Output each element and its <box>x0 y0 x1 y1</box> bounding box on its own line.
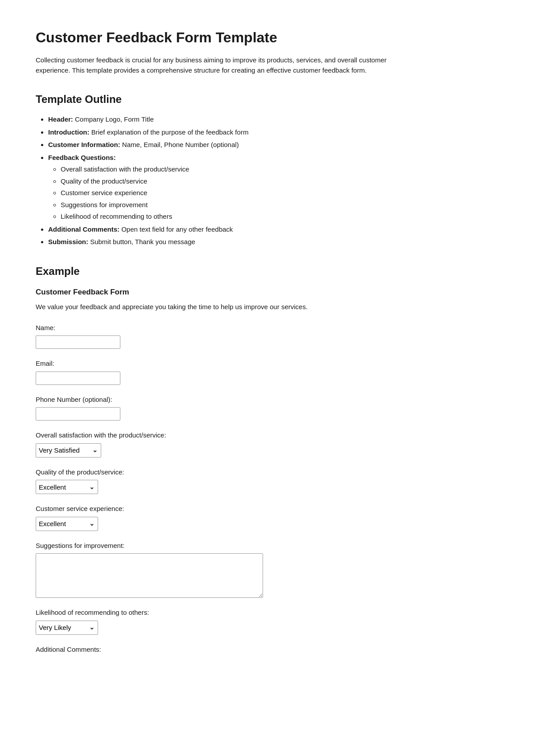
list-item: Submission: Submit button, Thank you mes… <box>48 237 499 247</box>
quality-field-group: Quality of the product/service: Excellen… <box>36 467 499 494</box>
outline-heading: Template Outline <box>36 91 499 107</box>
outline-section: Template Outline Header: Company Logo, F… <box>36 91 499 247</box>
name-field-group: Name: <box>36 323 499 349</box>
phone-input[interactable] <box>36 407 120 421</box>
email-label: Email: <box>36 359 499 369</box>
overall-select[interactable]: Very Satisfied Satisfied Neutral Dissati… <box>36 443 101 458</box>
service-label: Customer service experience: <box>36 504 499 514</box>
intro-text: Collecting customer feedback is crucial … <box>36 55 401 75</box>
name-label: Name: <box>36 323 499 333</box>
list-item-bold: Header: <box>48 115 73 123</box>
list-item-feedback: Feedback Questions: Overall satisfaction… <box>48 153 499 222</box>
sub-list-item: Likelihood of recommending to others <box>61 212 499 222</box>
list-item: Header: Company Logo, Form Title <box>48 114 499 125</box>
quality-select[interactable]: Excellent Good Average Poor Very Poor <box>36 480 98 494</box>
list-item-bold: Feedback Questions: <box>48 154 116 161</box>
outline-list: Header: Company Logo, Form Title Introdu… <box>36 114 499 247</box>
quality-select-wrapper: Excellent Good Average Poor Very Poor ⌄ <box>36 480 98 494</box>
suggestions-label: Suggestions for improvement: <box>36 541 499 551</box>
sub-list-item: Overall satisfaction with the product/se… <box>61 164 499 175</box>
example-heading: Example <box>36 263 499 279</box>
sub-list-item: Suggestions for improvement <box>61 200 499 210</box>
list-item-bold: Submission: <box>48 238 88 245</box>
suggestions-field-group: Suggestions for improvement: <box>36 541 499 598</box>
service-select[interactable]: Excellent Good Average Poor Very Poor <box>36 517 98 531</box>
overall-label: Overall satisfaction with the product/se… <box>36 430 499 441</box>
page-title: Customer Feedback Form Template <box>36 27 499 48</box>
sub-list-item: Quality of the product/service <box>61 176 499 187</box>
likelihood-field-group: Likelihood of recommending to others: Ve… <box>36 608 499 635</box>
form-intro: We value your feedback and appreciate yo… <box>36 302 499 312</box>
comments-label: Additional Comments: <box>36 645 499 655</box>
service-field-group: Customer service experience: Excellent G… <box>36 504 499 531</box>
service-select-wrapper: Excellent Good Average Poor Very Poor ⌄ <box>36 517 98 531</box>
list-item: Customer Information: Name, Email, Phone… <box>48 140 499 150</box>
form-heading: Customer Feedback Form <box>36 286 499 298</box>
list-item-text: Name, Email, Phone Number (optional) <box>120 141 239 148</box>
example-section: Example Customer Feedback Form We value … <box>36 263 499 655</box>
name-input[interactable] <box>36 335 120 349</box>
comments-field-group: Additional Comments: <box>36 645 499 655</box>
email-input[interactable] <box>36 372 120 385</box>
sub-list: Overall satisfaction with the product/se… <box>48 164 499 222</box>
likelihood-select[interactable]: Very Likely Likely Neutral Unlikely Very… <box>36 621 98 635</box>
list-item-bold: Additional Comments: <box>48 225 119 233</box>
suggestions-textarea[interactable] <box>36 553 263 598</box>
sub-list-item: Customer service experience <box>61 188 499 198</box>
overall-select-wrapper: Very Satisfied Satisfied Neutral Dissati… <box>36 443 101 458</box>
overall-field-group: Overall satisfaction with the product/se… <box>36 430 499 458</box>
list-item-text: Submit button, Thank you message <box>88 238 195 245</box>
phone-label: Phone Number (optional): <box>36 395 499 405</box>
list-item-text: Open text field for any other feedback <box>119 225 233 233</box>
quality-label: Quality of the product/service: <box>36 467 499 478</box>
list-item-bold: Customer Information: <box>48 141 120 148</box>
likelihood-label: Likelihood of recommending to others: <box>36 608 499 618</box>
list-item-text: Company Logo, Form Title <box>73 115 154 123</box>
list-item-text: Brief explanation of the purpose of the … <box>89 128 248 136</box>
list-item: Additional Comments: Open text field for… <box>48 225 499 235</box>
email-field-group: Email: <box>36 359 499 385</box>
list-item: Introduction: Brief explanation of the p… <box>48 127 499 138</box>
likelihood-select-wrapper: Very Likely Likely Neutral Unlikely Very… <box>36 621 98 635</box>
phone-field-group: Phone Number (optional): <box>36 395 499 421</box>
list-item-bold: Introduction: <box>48 128 89 136</box>
